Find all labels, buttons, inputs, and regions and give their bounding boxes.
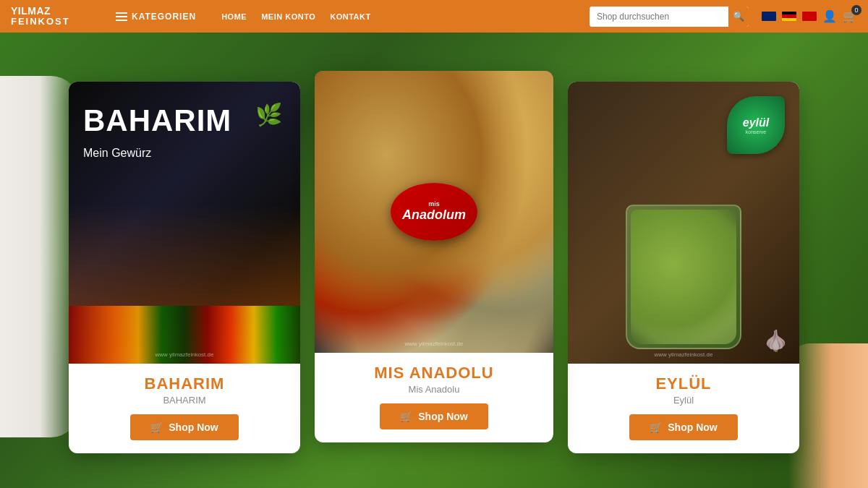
anadolu-text: mis Anadolum	[402, 201, 466, 223]
mis-anadolu-product-image: mis Anadolum www yilmazfeinkost.de	[315, 71, 553, 353]
flag-de[interactable]	[782, 12, 796, 21]
eylul-title: EYLÜL	[579, 374, 788, 393]
product-card-mis-anadolu: mis Anadolum www yilmazfeinkost.de MIS A…	[315, 71, 553, 442]
baharim-product-image: BAHARIM Mein Gewürz 🌿 www yilmazfeinkost…	[69, 82, 300, 364]
eylul-shop-button[interactable]: 🛒 Shop Now	[629, 414, 737, 440]
search-bar: 🔍	[590, 7, 749, 27]
baharim-subtitle: BAHARIM	[80, 395, 289, 406]
logo-line1: YILMAZ	[11, 6, 70, 17]
main-nav: HOME MEIN KONTO KONTAKT	[221, 12, 371, 21]
eylul-shop-label: Shop Now	[668, 421, 717, 433]
anadolu-shop-label: Shop Now	[418, 411, 467, 422]
baharim-brand-subtext: Mein Gewürz	[83, 147, 151, 160]
nav-home[interactable]: HOME	[221, 12, 247, 21]
main-content: BAHARIM Mein Gewürz 🌿 www yilmazfeinkost…	[0, 33, 868, 488]
nav-contact[interactable]: KONTAKT	[330, 12, 370, 21]
cart-icon[interactable]: 🛒 0	[843, 9, 857, 23]
search-button[interactable]: 🔍	[728, 7, 749, 27]
flag-en[interactable]	[762, 12, 776, 21]
cart-btn-icon-3: 🛒	[650, 421, 662, 433]
cart-badge: 0	[851, 5, 861, 15]
anadolu-title: MIS ANADOLU	[326, 364, 542, 382]
products-container: BAHARIM Mein Gewürz 🌿 www yilmazfeinkost…	[36, 67, 832, 453]
eylul-leaf-logo: eylül konserve	[727, 96, 785, 154]
cart-btn-icon-2: 🛒	[400, 411, 412, 422]
hamburger-menu[interactable]: KATEGORIEN	[116, 12, 196, 22]
eylul-product-image: eylül konserve 🧄 www yilmazfeinkost.de	[568, 82, 799, 364]
anadolu-subtitle: Mis Anadolu	[326, 384, 542, 395]
baharim-title: BAHARIM	[80, 374, 289, 393]
anadolu-oval: mis Anadolum	[391, 183, 477, 241]
logo[interactable]: YILMAZ FEINKOST	[11, 6, 105, 27]
baharim-brand-text: BAHARIM	[83, 103, 231, 138]
user-icon[interactable]: 👤	[822, 9, 837, 23]
product-card-eylul: eylül konserve 🧄 www yilmazfeinkost.de E…	[568, 82, 799, 453]
logo-line2: FEINKOST	[11, 17, 70, 27]
header-icons: 👤 🛒 0	[762, 9, 857, 23]
baharim-card-content: BAHARIM BAHARIM 🛒 Shop Now	[69, 364, 300, 453]
eylul-logo-text: eylül	[743, 116, 769, 129]
eylul-pickles	[631, 210, 736, 344]
baharim-shop-button[interactable]: 🛒 Shop Now	[130, 414, 238, 440]
kategorien-label: KATEGORIEN	[132, 12, 196, 22]
search-icon: 🔍	[733, 11, 744, 22]
eylul-subtitle: Eylül	[579, 395, 788, 406]
product-card-baharim: BAHARIM Mein Gewürz 🌿 www yilmazfeinkost…	[69, 82, 300, 453]
garlic-decoration: 🧄	[763, 329, 788, 353]
nav-account[interactable]: MEIN KONTO	[261, 12, 315, 21]
eylul-logo: eylül konserve	[727, 96, 785, 154]
spice-spoons-decoration	[69, 205, 300, 364]
baharim-watermark: www yilmazfeinkost.de	[156, 351, 214, 358]
eylul-jar	[626, 205, 741, 349]
anadolu-watermark: www yilmazfeinkost.de	[405, 341, 464, 347]
search-input[interactable]	[590, 7, 728, 27]
eylul-watermark: www yilmazfeinkost.de	[655, 351, 713, 358]
anadolu-shop-button[interactable]: 🛒 Shop Now	[380, 403, 488, 429]
eylul-card-content: EYLÜL Eylül 🛒 Shop Now	[568, 364, 799, 453]
hamburger-icon	[116, 12, 127, 21]
anadolu-logo: mis Anadolum	[391, 183, 477, 241]
site-header: YILMAZ FEINKOST KATEGORIEN HOME MEIN KON…	[0, 0, 868, 33]
flag-tr[interactable]	[802, 12, 817, 21]
cart-btn-icon: 🛒	[150, 421, 163, 433]
search-area: 🔍 👤 🛒 0	[590, 7, 857, 27]
eylul-konserve-text: konserve	[746, 129, 766, 134]
baharim-shop-label: Shop Now	[169, 421, 218, 433]
leaf-icon: 🌿	[255, 102, 282, 127]
anadolu-card-content: MIS ANADOLU Mis Anadolu 🛒 Shop Now	[315, 353, 553, 442]
